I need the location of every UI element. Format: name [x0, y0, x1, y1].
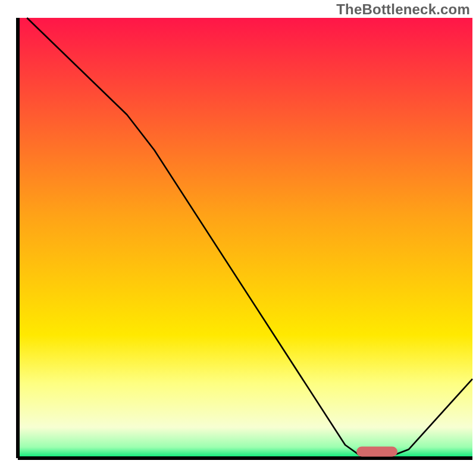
gradient-background [18, 18, 472, 458]
watermark-text: TheBottleneck.com [336, 1, 470, 18]
bottleneck-chart [0, 0, 476, 476]
chart-container: TheBottleneck.com [0, 0, 476, 476]
optimal-marker [356, 446, 397, 456]
